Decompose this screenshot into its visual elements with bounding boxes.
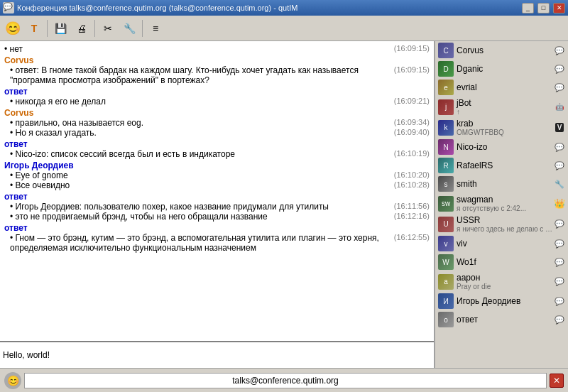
contact-avatar: sw — [438, 196, 454, 212]
contact-aaron[interactable]: а аарон Pray or die 💬 — [435, 271, 568, 292]
contact-smith[interactable]: s smith 🔧 — [435, 175, 568, 193]
message-block: Corvus правильно, она называется eog. (1… — [4, 108, 430, 138]
contact-avatar: k — [438, 120, 454, 136]
chat-area: нет (16:09:15) Corvus ответ: В гноме так… — [0, 41, 435, 368]
contact-avatar: а — [438, 274, 454, 290]
settings-button[interactable]: 🔧 — [119, 18, 139, 38]
message-time: (16:10:20) — [394, 170, 430, 179]
contact-status-text: я отсутствую с 2:42... — [457, 205, 554, 212]
contact-nico[interactable]: N Nico-izo 💬 — [435, 138, 568, 156]
contacts-sidebar: C Corvus 💬 D Dganic 💬 e evrial 💬 j jBot — [435, 41, 568, 368]
contact-avatar: о — [438, 312, 454, 327]
contact-status-icon: 🔧 — [554, 178, 565, 190]
contact-avatar: U — [438, 217, 454, 232]
app-icon: 💬 — [3, 2, 14, 13]
contact-status-icon: 👑 — [554, 198, 565, 209]
message-time: (16:09:15) — [394, 65, 430, 74]
contact-info: swagman я отсутствую с 2:42... — [457, 195, 554, 212]
contact-status-text: OMGWTFBBQ — [457, 129, 554, 136]
contact-name: viv — [457, 239, 554, 249]
input-area: Hello, world! — [0, 341, 434, 368]
contact-wolf[interactable]: W Wo1f 💬 — [435, 253, 568, 271]
chat-input[interactable]: Hello, world! — [3, 350, 431, 360]
contact-info: krab OMGWTFBBQ — [457, 119, 554, 136]
contact-name: USSR — [457, 215, 554, 225]
contact-avatar: j — [438, 99, 454, 115]
contact-corvus[interactable]: C Corvus 💬 — [435, 41, 568, 60]
contact-info: Dganic — [457, 64, 554, 74]
message-line: это не продвигаемый брэнд, чтобы на него… — [4, 212, 430, 222]
message-line: нет (16:09:15) — [4, 44, 430, 54]
contact-info: Nico-izo — [457, 142, 554, 152]
message-text: нет — [4, 44, 388, 54]
print-button[interactable]: 🖨 — [72, 18, 92, 38]
message-author: ответ — [4, 223, 430, 233]
message-block: ответ Nico-izo: список сессий всегда был… — [4, 139, 430, 159]
message-time: (16:09:40) — [394, 128, 430, 136]
contact-status-icon: 💬 — [554, 45, 565, 56]
message-text: это не продвигаемый брэнд, чтобы на него… — [4, 212, 388, 222]
contact-status-text: Pray or die — [457, 283, 554, 290]
message-block: Corvus ответ: В гноме такой бардак на ка… — [4, 55, 430, 85]
contact-evrial[interactable]: e evrial 💬 — [435, 78, 568, 97]
contact-status-text: ↑ — [457, 108, 554, 116]
message-time: (16:12:55) — [394, 233, 430, 241]
message-text: Игорь Деордиев: пользователю похер, како… — [4, 202, 388, 212]
format-button[interactable]: T — [24, 18, 44, 38]
message-text: правильно, она называется eog. — [4, 118, 388, 128]
main-content: нет (16:09:15) Corvus ответ: В гноме так… — [0, 41, 568, 368]
contact-viv[interactable]: v viv 💬 — [435, 234, 568, 253]
message-time: (16:09:15) — [394, 44, 430, 53]
save-button[interactable]: 💾 — [50, 18, 70, 38]
close-button[interactable]: ✕ — [553, 3, 565, 13]
contact-status-icon: 💬 — [554, 160, 565, 171]
message-text: никогда я его не делал — [4, 97, 388, 107]
toolbar-separator — [47, 20, 48, 37]
leave-conference-button[interactable]: ✕ — [550, 374, 564, 388]
contact-avatar: W — [438, 254, 454, 270]
contact-ussr[interactable]: U USSR я ничего здесь не делаю с 31.0...… — [435, 214, 568, 234]
contact-igor[interactable]: И Игорь Деордиев 💬 — [435, 292, 568, 310]
contact-status-icon: 💬 — [554, 219, 565, 230]
menu-button[interactable]: ≡ — [146, 18, 165, 38]
contact-status-icon: 💬 — [554, 63, 565, 75]
contact-name: smith — [457, 179, 554, 189]
message-line: Игорь Деордиев: пользователю похер, како… — [4, 202, 430, 212]
message-author: Игорь Деордиев — [4, 160, 430, 170]
contact-info: RafaelRS — [457, 160, 554, 170]
message-time: (16:12:16) — [394, 212, 430, 220]
maximize-button[interactable]: □ — [537, 3, 550, 13]
message-text: Но я сказал угадать. — [4, 128, 388, 138]
message-author: ответ — [4, 139, 430, 149]
toolbar-separator-2 — [94, 20, 95, 37]
contact-avatar: C — [438, 43, 454, 58]
contact-krab[interactable]: k krab OMGWTFBBQ V — [435, 117, 568, 138]
cut-button[interactable]: ✂ — [98, 18, 118, 38]
toolbar-separator-3 — [142, 20, 143, 37]
contact-status-icon: 💬 — [554, 82, 565, 93]
toolbar: 😊 T 💾 🖨 ✂ 🔧 ≡ — [0, 16, 568, 41]
contact-dganic[interactable]: D Dganic 💬 — [435, 60, 568, 78]
user-avatar: 😊 — [4, 372, 21, 389]
contact-name: Corvus — [457, 45, 554, 55]
emoji-button[interactable]: 😊 — [3, 18, 23, 38]
minimize-button[interactable]: _ — [522, 3, 534, 13]
conference-jid: talks@conference.qutim.org — [24, 373, 547, 388]
contact-jbot[interactable]: j jBot ↑ 🤖 — [435, 97, 568, 117]
message-time: (16:09:21) — [394, 97, 430, 105]
message-line: Nico-izo: список сессий всегда был и ест… — [4, 149, 430, 159]
message-text: Все очевидно — [4, 180, 388, 190]
contact-name: Nico-izo — [457, 142, 554, 152]
message-line: Гном — это брэнд, кутим — это брэнд, а в… — [4, 233, 430, 253]
contact-swagman[interactable]: sw swagman я отсутствую с 2:42... 👑 — [435, 193, 568, 214]
contact-name: jBot — [457, 98, 554, 108]
contact-status-icon: 💬 — [554, 295, 565, 307]
message-time: (16:09:34) — [394, 118, 430, 126]
message-time: (16:10:19) — [394, 149, 430, 158]
contact-rafaelrs[interactable]: R RafaelRS 💬 — [435, 156, 568, 175]
contact-otvet[interactable]: о ответ 💬 — [435, 310, 568, 329]
contact-status-icon: 💬 — [554, 238, 565, 249]
contact-status-icon: 🤖 — [554, 102, 565, 113]
contact-info: Wo1f — [457, 257, 554, 267]
status-bar: 😊 talks@conference.qutim.org ✕ — [0, 368, 568, 392]
